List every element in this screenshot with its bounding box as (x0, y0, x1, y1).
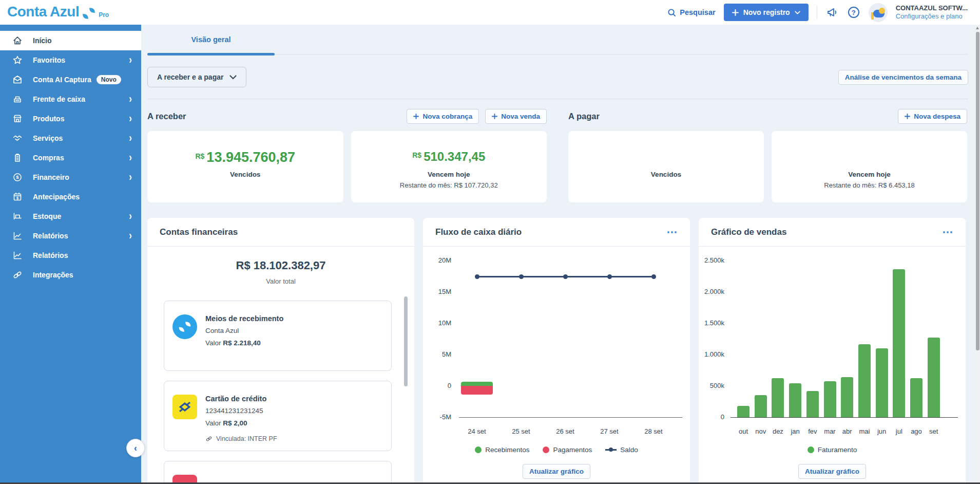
faturamento-bar[interactable] (755, 395, 767, 417)
cf-xlabel: 25 set (505, 427, 537, 435)
new-charge-button[interactable]: Nova cobrança (407, 109, 479, 124)
scroll-up-arrow-icon[interactable] (976, 27, 979, 29)
faturamento-bar[interactable] (737, 406, 750, 417)
cf-xlabel: 27 set (593, 427, 626, 435)
settings-plan-link[interactable]: Configurações e plano (896, 12, 968, 21)
sidebar-item-label: Financeiro (33, 173, 69, 181)
new-expense-button[interactable]: Nova despesa (898, 109, 967, 124)
sidebar-item-label: Antecipações (33, 193, 80, 201)
cf-ytick: 15M (423, 288, 451, 295)
payables-due-today-card[interactable]: Vencem hoje Restante do mês: R$ 6.453,18 (772, 131, 967, 202)
faturamento-bar[interactable] (876, 348, 888, 417)
pagamentos-bar[interactable] (461, 386, 493, 395)
account-title: Cartão de crédito (205, 395, 383, 403)
new-record-button[interactable]: Novo registro (724, 4, 809, 21)
receivables-due-today-card[interactable]: R$510.347,45 Vencem hoje Restante do mês… (351, 131, 547, 202)
plus-icon (732, 9, 739, 16)
more-options-icon[interactable] (666, 228, 678, 236)
saldo-point[interactable] (563, 274, 568, 279)
cashflow-update-button[interactable]: Atualizar gráfico (523, 464, 590, 479)
sales-title: Gráfico de vendas (711, 227, 786, 237)
legend-saldo[interactable]: Saldo (605, 446, 638, 454)
chevron-right-icon: › (129, 210, 132, 223)
sidebar-collapse-button[interactable]: ‹ (126, 439, 145, 457)
chart-line-icon (12, 250, 23, 260)
receivables-overdue-card[interactable]: R$13.945.760,87 Vencidos (147, 131, 343, 202)
sales-update-button[interactable]: Atualizar gráfico (798, 464, 866, 479)
faturamento-bar[interactable] (910, 378, 923, 417)
sidebar-item-servicos[interactable]: Serviços› (0, 128, 141, 148)
faturamento-bar[interactable] (841, 377, 853, 417)
sidebar-item-estoque[interactable]: Estoque› (0, 207, 141, 226)
accounts-scrollbar[interactable] (404, 296, 408, 386)
account-value: Valor R$ 2.218,40 (205, 339, 383, 347)
sidebar-item-favoritos[interactable]: Favoritos› (0, 50, 141, 70)
sidebar-item-frente-de-caixa[interactable]: Frente de caixa› (0, 89, 141, 109)
saldo-point[interactable] (651, 274, 656, 279)
active-tab-underline (147, 53, 275, 55)
account-subtitle: Conta Azul (205, 327, 383, 334)
sales-ytick: 2.500k (699, 256, 724, 264)
conta-azul-logo[interactable]: Conta Azul Pro (7, 4, 109, 20)
tab-visao-geral[interactable]: Visão geral (147, 25, 275, 54)
payables-overdue-card[interactable]: Vencidos (568, 131, 764, 202)
novo-badge: Novo (97, 75, 121, 84)
payables-title: A pagar (568, 111, 600, 121)
sidebar-item-antecipacoes[interactable]: $ Antecipações (0, 187, 141, 207)
sidebar-item-conta-ai-captura[interactable]: Conta AI CapturaNovo (0, 70, 141, 89)
sidebar-item-label: Estoque (33, 212, 61, 220)
plus-icon (413, 114, 419, 119)
chevron-down-icon (229, 75, 237, 80)
account-menu[interactable]: CONTAAZUL SOFTW... Configurações e plano (896, 4, 968, 21)
announcements-button[interactable] (825, 6, 839, 19)
envelope-icon (12, 75, 23, 85)
new-sale-button[interactable]: Nova venda (485, 109, 547, 124)
page-scrollbar[interactable] (975, 25, 980, 484)
legend-pagamentos[interactable]: Pagamentos (543, 446, 592, 454)
faturamento-bar[interactable] (789, 383, 801, 417)
saldo-point[interactable] (519, 274, 524, 279)
legend-faturamento[interactable]: Faturamento (808, 446, 857, 454)
payables-section: A pagar Nova despesa Vencidos Vencem hoj… (568, 108, 967, 202)
account-title: Meios de recebimento (205, 314, 383, 323)
sidebar-item-label: Integrações (33, 271, 73, 279)
saldo-point[interactable] (475, 274, 479, 279)
store-icon (12, 114, 23, 124)
sidebar-item-relatorios-2[interactable]: Relatórios (0, 246, 141, 265)
receivables-title: A receber (147, 111, 186, 121)
scrollbar-thumb[interactable] (976, 32, 979, 350)
faturamento-bar[interactable] (893, 269, 905, 417)
faturamento-bar[interactable] (772, 378, 784, 417)
cf-axis-line (459, 417, 682, 418)
more-options-icon[interactable] (942, 228, 953, 236)
avatar[interactable] (869, 3, 888, 22)
sidebar-item-produtos[interactable]: Produtos› (0, 109, 141, 128)
recebimentos-bar[interactable] (461, 382, 493, 386)
cf-xlabel: 24 set (460, 427, 493, 435)
dollar-circle-icon: $ (12, 172, 23, 182)
faturamento-bar[interactable] (824, 381, 836, 417)
week-due-analysis-button[interactable]: Análise de vencimentos da semana (838, 70, 968, 85)
cf-ytick: -5M (423, 413, 451, 421)
faturamento-bar[interactable] (858, 344, 871, 417)
help-icon: ? (848, 7, 859, 18)
account-item-cartao-de-credito[interactable]: Cartão de crédito 123441231231245 Valor … (164, 381, 392, 451)
account-item-partial[interactable] (164, 461, 392, 484)
sidebar-item-relatorios[interactable]: Relatórios› (0, 226, 141, 246)
account-name: CONTAAZUL SOFTW... (896, 4, 968, 12)
legend-recebimentos[interactable]: Recebimentos (475, 446, 529, 454)
star-icon (12, 55, 23, 65)
sidebar-item-label: Relatórios (33, 232, 68, 240)
sidebar-item-compras[interactable]: Compras› (0, 148, 141, 167)
account-item-meios-de-recebimento[interactable]: Meios de recebimento Conta Azul Valor R$… (164, 301, 392, 371)
faturamento-bar[interactable] (928, 338, 940, 417)
sidebar-item-inicio[interactable]: Início (0, 31, 141, 50)
faturamento-bar[interactable] (806, 391, 819, 417)
sales-chart-panel: Gráfico de vendas 2.500k2.000k1.500k1.00… (699, 218, 966, 484)
sidebar-item-financeiro[interactable]: $ Financeiro› (0, 167, 141, 187)
sidebar-item-integracoes[interactable]: Integrações (0, 265, 141, 285)
search-button[interactable]: Pesquisar (667, 8, 715, 17)
help-button[interactable]: ? (847, 6, 860, 19)
receivables-payables-dropdown[interactable]: A receber e a pagar (147, 67, 246, 87)
saldo-point[interactable] (607, 274, 612, 279)
